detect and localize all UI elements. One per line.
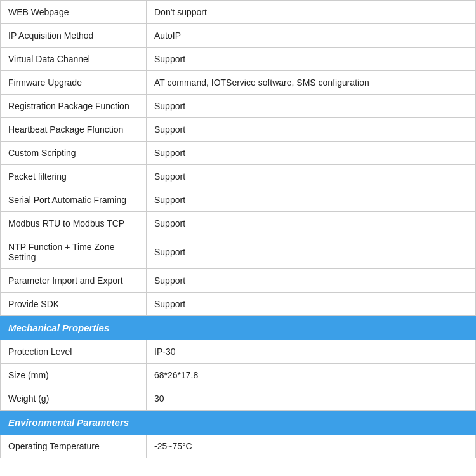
spec-value: Support xyxy=(147,212,476,235)
spec-value: Support xyxy=(147,95,476,118)
spec-value: AT command, IOTService software, SMS con… xyxy=(147,71,476,95)
spec-label: Parameter Import and Export xyxy=(1,269,147,293)
spec-label: Modbus RTU to Modbus TCP xyxy=(1,212,147,235)
spec-value: Support xyxy=(147,48,476,71)
spec-label: Packet filtering xyxy=(1,165,147,188)
spec-value: Support xyxy=(147,293,476,316)
spec-label: Registration Package Function xyxy=(1,95,147,118)
spec-value: 68*26*17.8 xyxy=(147,364,476,387)
spec-label: Size (mm) xyxy=(1,364,147,387)
spec-value: Don't support xyxy=(147,1,476,24)
spec-label: Serial Port Automatic Framing xyxy=(1,188,147,212)
spec-label: Firmware Upgrade xyxy=(1,71,147,95)
spec-label: WEB Webpage xyxy=(1,1,147,24)
spec-value: IP-30 xyxy=(147,340,476,364)
spec-value: 30 xyxy=(147,387,476,411)
spec-value: Support xyxy=(147,118,476,142)
spec-value: Support xyxy=(147,188,476,212)
spec-value: AutoIP xyxy=(147,24,476,48)
spec-label: Virtual Data Channel xyxy=(1,48,147,71)
section-header-cell: Mechanical Properties xyxy=(1,316,476,340)
spec-label: IP Acquisition Method xyxy=(1,24,147,48)
spec-label: Heartbeat Package Ffunction xyxy=(1,118,147,142)
spec-value: Support xyxy=(147,269,476,293)
spec-label: Operating Temperature xyxy=(1,435,147,458)
spec-label: Provide SDK xyxy=(1,293,147,316)
spec-value: Support xyxy=(147,142,476,165)
spec-value: Support xyxy=(147,165,476,188)
section-header-cell: Environmental Parameters xyxy=(1,411,476,435)
specs-table: WEB WebpageDon't supportIP Acquisition M… xyxy=(0,0,476,458)
spec-label: Weight (g) xyxy=(1,387,147,411)
spec-label: Custom Scripting xyxy=(1,142,147,165)
spec-value: Support xyxy=(147,235,476,269)
spec-label: Protection Level xyxy=(1,340,147,364)
spec-label: NTP Function + Time Zone Setting xyxy=(1,235,147,269)
spec-value: -25~75°C xyxy=(147,435,476,458)
